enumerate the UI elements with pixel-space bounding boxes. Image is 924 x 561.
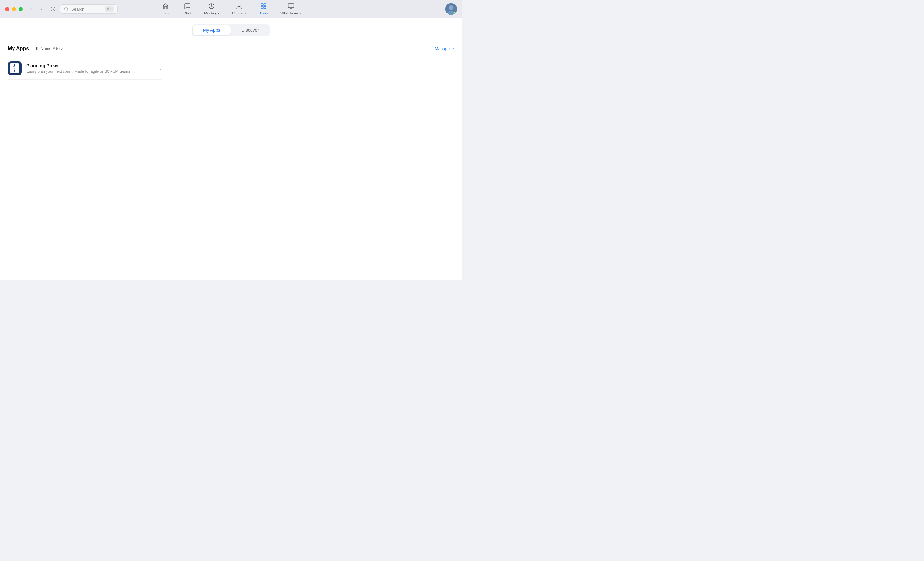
app-icon-planning-poker: 3 ↑ 1 <box>8 61 22 75</box>
nav-item-meetings[interactable]: Meetings <box>198 0 225 18</box>
section-left: My Apps ⇅ Name A to Z <box>8 45 66 52</box>
nav-item-whiteboards-label: Whiteboards <box>280 11 301 15</box>
back-icon: ‹ <box>30 6 32 12</box>
tabs-container: My Apps Discover <box>8 24 454 36</box>
nav-item-chat[interactable]: Chat <box>177 0 198 18</box>
sort-button[interactable]: ⇅ Name A to Z <box>33 45 66 52</box>
forward-icon: › <box>41 6 42 12</box>
main-nav: Home Chat Meetings <box>154 0 308 18</box>
app-item-planning-poker[interactable]: 3 ↑ 1 Planning Poker Easily plan your ne… <box>8 57 162 79</box>
manage-label: Manage <box>435 46 450 51</box>
app-chevron-planning-poker: › <box>160 66 162 71</box>
nav-item-meetings-label: Meetings <box>204 11 219 15</box>
nav-arrows: ‹ › <box>27 4 46 13</box>
tab-discover[interactable]: Discover <box>231 25 269 35</box>
meetings-icon <box>208 3 214 10</box>
nav-item-apps-label: Apps <box>259 11 268 15</box>
app-name-planning-poker: Planning Poker <box>26 63 158 68</box>
nav-item-home[interactable]: Home <box>154 0 177 18</box>
svg-rect-4 <box>261 3 263 6</box>
manage-button[interactable]: Manage ↗ <box>435 46 454 51</box>
svg-point-10 <box>449 6 453 10</box>
chat-icon <box>184 3 190 10</box>
content-area: My Apps Discover My Apps ⇅ Name A to Z M… <box>0 18 462 280</box>
titlebar: ‹ › Search ⌘F Home <box>0 0 462 18</box>
avatar[interactable] <box>446 3 457 15</box>
search-placeholder: Search <box>71 7 102 12</box>
nav-item-chat-label: Chat <box>183 11 191 15</box>
nav-item-contacts-label: Contacts <box>232 11 246 15</box>
home-icon <box>162 3 169 10</box>
search-shortcut: ⌘F <box>105 6 114 12</box>
nav-item-contacts[interactable]: Contacts <box>225 0 253 18</box>
whiteboards-icon <box>288 3 294 10</box>
nav-item-apps[interactable]: Apps <box>253 0 274 18</box>
svg-rect-7 <box>264 6 266 9</box>
minimize-button[interactable] <box>12 7 16 11</box>
tabs: My Apps Discover <box>192 24 270 36</box>
svg-rect-6 <box>261 6 263 9</box>
contacts-icon <box>236 3 242 10</box>
svg-rect-5 <box>264 3 266 6</box>
back-button[interactable]: ‹ <box>27 4 36 13</box>
tab-my-apps[interactable]: My Apps <box>193 25 231 35</box>
app-desc-planning-poker: Easily plan your next sprint. Made for a… <box>26 69 135 74</box>
sort-icon: ⇅ <box>35 46 39 51</box>
close-button[interactable] <box>5 7 9 11</box>
app-info-planning-poker: Planning Poker Easily plan your next spr… <box>26 63 158 74</box>
section-header: My Apps ⇅ Name A to Z Manage ↗ <box>8 45 454 52</box>
history-button[interactable] <box>48 4 57 13</box>
manage-icon: ↗ <box>451 46 454 51</box>
traffic-lights <box>5 7 23 11</box>
history-icon <box>50 6 56 12</box>
sort-label: Name A to Z <box>40 46 63 51</box>
search-icon <box>64 7 69 11</box>
search-bar[interactable]: Search ⌘F <box>60 4 118 14</box>
maximize-button[interactable] <box>19 7 23 11</box>
svg-rect-8 <box>288 3 294 8</box>
forward-button[interactable]: › <box>37 4 46 13</box>
nav-item-whiteboards[interactable]: Whiteboards <box>274 0 308 18</box>
app-list: 3 ↑ 1 Planning Poker Easily plan your ne… <box>8 57 162 79</box>
apps-icon <box>260 3 267 10</box>
nav-item-home-label: Home <box>161 11 171 15</box>
section-title: My Apps <box>8 46 29 52</box>
avatar-status-dot <box>454 12 457 15</box>
svg-point-3 <box>238 4 240 6</box>
